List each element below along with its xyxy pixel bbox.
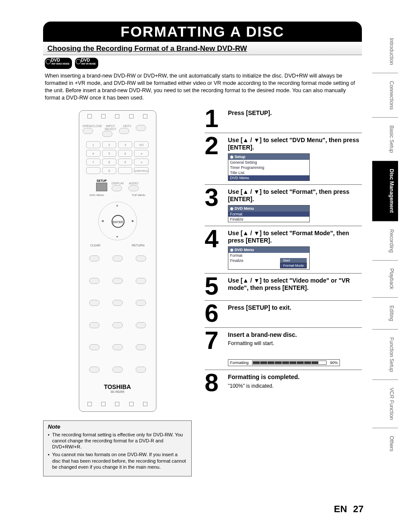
page-title: FORMATTING A DISC [43, 22, 362, 42]
step-6: 6Press [SETUP] to exit. [205, 301, 362, 328]
step-5: 5Use [▲ / ▼] to select "Video mode" or "… [205, 274, 362, 301]
step-title: Use [▲ / ▼] to select "Format", then pre… [228, 188, 362, 203]
side-tab[interactable]: Playback [372, 260, 398, 297]
step-3: 3Use [▲ / ▼] to select "Format", then pr… [205, 185, 362, 226]
side-tab[interactable]: Editing [372, 297, 398, 329]
formatting-progress: Formatting90% [228, 359, 340, 366]
page-number: EN27 [334, 504, 364, 515]
note-item: The recording format setting is effectiv… [52, 432, 187, 450]
side-tab[interactable]: Introduction [372, 30, 398, 73]
step-title: Press [SETUP] to exit. [228, 304, 362, 312]
section-subtitle: Choosing the Recording Format of a Brand… [43, 42, 362, 55]
remote-dpad: ▲ ▼ ◀ ▶ ENTER [98, 202, 137, 240]
remote-control-diagram: OPEN/CLOSE INPUT SELECT HDTV 123I/O 456∧… [79, 110, 156, 412]
note-title: Note [48, 423, 187, 430]
step-number: 1 [205, 108, 228, 129]
step-number: 4 [205, 228, 228, 270]
step-number: 8 [205, 372, 228, 393]
menu-screenshot: ◉ DVD MenuFormatFinalize [228, 205, 310, 222]
step-title: Use [▲ / ▼] to select "Video mode" or "V… [228, 277, 362, 292]
step-title: Formatting is completed. [228, 373, 362, 381]
intro-paragraph: When inserting a brand-new DVD-RW or DVD… [43, 72, 362, 106]
step-number: 6 [205, 302, 228, 324]
step-subtitle: Formatting will start. [228, 340, 362, 346]
remote-brand: TOSHIBA [83, 383, 153, 390]
disc-badge-video: DVD -RW VIDEO MODE [45, 58, 72, 69]
side-tab[interactable]: VCR Function [372, 380, 398, 428]
side-tab[interactable]: Others [372, 428, 398, 459]
step-7: 7Insert a brand-new disc.Formatting will… [205, 328, 362, 370]
step-title: Insert a brand-new disc. [228, 331, 362, 339]
side-tab[interactable]: Recording [372, 221, 398, 261]
disc-badge-vr: DVD -RW VR MODE [75, 58, 99, 69]
step-number: 2 [205, 135, 228, 181]
step-1: 1Press [SETUP]. [205, 106, 362, 133]
step-title: Use [▲ / ▼] to select "Format Mode", the… [228, 230, 362, 245]
disc-badges: DVD -RW VIDEO MODE DVD -RW VR MODE [43, 55, 362, 72]
side-tab[interactable]: Function Setup [372, 329, 398, 380]
note-box: Note The recording format setting is eff… [43, 420, 192, 477]
step-number: 5 [205, 275, 228, 297]
side-tab[interactable]: Disc Management [372, 161, 398, 221]
step-title: Use [▲ / ▼] to select "DVD Menu", then p… [228, 137, 362, 152]
side-tab[interactable]: Connections [372, 73, 398, 118]
remote-model: SE-R0295 [83, 390, 153, 393]
step-number: 3 [205, 187, 228, 222]
step-subtitle: "100%" is indicated. [228, 383, 362, 389]
step-8: 8Formatting is completed."100%" is indic… [205, 370, 362, 397]
step-2: 2Use [▲ / ▼] to select "DVD Menu", then … [205, 133, 362, 185]
step-title: Press [SETUP]. [228, 109, 362, 117]
remote-keypad: 123I/O 456∧ 789∨ 0START/PROG [86, 141, 149, 174]
side-tab-strip: IntroductionConnectionsBasic SetupDisc M… [372, 30, 398, 459]
menu-screenshot: ◉ DVD MenuFormatFinalizeStartFormat Mode [228, 246, 310, 270]
menu-screenshot: ◉ SetupGeneral SettingTimer ProgrammingT… [228, 153, 310, 181]
step-number: 7 [205, 330, 228, 367]
side-tab[interactable]: Basic Setup [372, 117, 398, 161]
step-4: 4Use [▲ / ▼] to select "Format Mode", th… [205, 226, 362, 274]
note-item: You cannot mix two formats on one DVD-RW… [52, 451, 187, 470]
